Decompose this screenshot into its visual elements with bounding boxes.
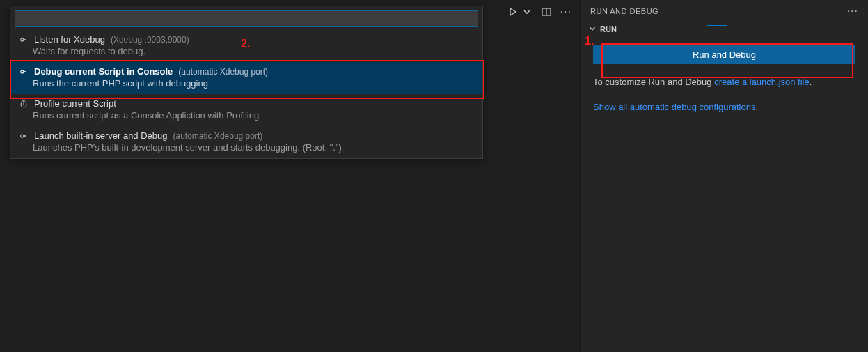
svg-point-0 [21, 38, 24, 40]
more-icon[interactable]: ··· [560, 6, 571, 17]
svg-point-3 [21, 134, 24, 137]
chevron-down-icon [587, 24, 597, 35]
quickpick-item-profile[interactable]: Profile current Script Runs current scri… [10, 94, 482, 126]
quickpick-item-title: Launch built-in server and Debug [34, 130, 168, 141]
quickpick-item-hint: (Xdebug :9003,9000) [111, 35, 189, 45]
quickpick-item-desc: Launches PHP's built-in development serv… [19, 142, 474, 153]
editor-titlebar: ··· [487, 0, 580, 24]
annotation-label-2: 2. [241, 38, 250, 50]
active-view-underline [707, 25, 727, 26]
sidebar-header: RUN AND DEBUG ··· [581, 0, 868, 21]
quickpick-item-launch-server[interactable]: Launch built-in server and Debug (automa… [10, 126, 482, 158]
quickpick-item-desc: Runs current script as a Console Applict… [19, 110, 474, 121]
run-and-debug-button[interactable]: Run and Debug [593, 45, 855, 64]
section-run-header[interactable]: RUN [581, 21, 868, 38]
quickpick-dropdown: Listen for Xdebug (Xdebug :9003,9000) Wa… [10, 6, 483, 159]
help-prefix: To customize Run and Debug [593, 77, 714, 87]
quickpick-item-desc: Runs the current PHP script with debuggi… [19, 78, 474, 89]
sidebar-title: RUN AND DEBUG [590, 7, 658, 15]
quickpick-item-title: Profile current Script [34, 98, 116, 109]
create-launch-json-link[interactable]: create a launch.json file [714, 77, 810, 87]
show-all-suffix: . [755, 102, 758, 112]
run-play-icon[interactable] [507, 6, 519, 17]
debug-start-icon [19, 131, 29, 141]
annotation-label-1: 1. [585, 35, 594, 47]
minimap[interactable] [564, 22, 578, 308]
help-suffix: . [810, 77, 812, 87]
show-all-text: Show all automatic debug configurations [593, 102, 755, 112]
stopwatch-icon [19, 99, 29, 109]
quickpick-input[interactable] [15, 10, 478, 27]
minimap-marker [564, 160, 578, 160]
quickpick-item-hint: (automatic Xdebug port) [173, 131, 263, 141]
sidebar-more-icon[interactable]: ··· [847, 6, 858, 17]
chevron-down-icon[interactable] [521, 6, 532, 17]
run-debug-sidebar: RUN AND DEBUG ··· RUN Run and Debug To c… [580, 0, 868, 352]
quickpick-item-title: Listen for Xdebug [34, 34, 105, 45]
section-title: RUN [600, 25, 617, 33]
quickpick-item-hint: (automatic Xdebug port) [178, 67, 268, 77]
run-help-text: To customize Run and Debug create a laun… [593, 75, 855, 89]
quickpick-item-title: Debug current Script in Console [34, 66, 173, 77]
debug-start-icon [19, 67, 29, 77]
svg-point-1 [21, 70, 24, 72]
split-editor-icon[interactable] [541, 6, 552, 17]
debug-start-icon [19, 35, 29, 45]
quickpick-item-debug-current[interactable]: Debug current Script in Console (automat… [10, 62, 482, 94]
show-all-configs-link[interactable]: Show all automatic debug configurations. [593, 102, 855, 112]
